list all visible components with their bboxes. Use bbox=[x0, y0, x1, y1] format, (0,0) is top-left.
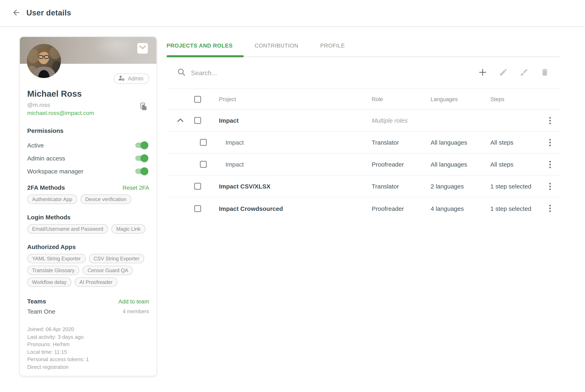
row-menu-button[interactable] bbox=[545, 180, 555, 192]
chevron-up-icon bbox=[177, 118, 184, 124]
row-checkbox[interactable] bbox=[200, 161, 207, 168]
steps-value: 1 step selected bbox=[487, 183, 540, 190]
user-details-page: User details bbox=[0, 0, 585, 392]
back-button[interactable] bbox=[11, 8, 22, 18]
toggle-label: Active bbox=[27, 142, 44, 148]
team-row: Team One 4 members bbox=[27, 308, 149, 315]
app-chip: Workflow delay bbox=[27, 278, 71, 287]
team-members-count: 4 members bbox=[123, 308, 149, 314]
tab-profile[interactable]: PROFILE bbox=[309, 34, 356, 57]
role-value: Proofreader bbox=[368, 161, 427, 168]
role-value: Proofreader bbox=[368, 205, 427, 212]
add-icon bbox=[478, 68, 487, 78]
user-gear-icon bbox=[118, 75, 125, 82]
admin-badge: Admin bbox=[114, 74, 149, 84]
row-checkbox[interactable] bbox=[194, 117, 201, 124]
permissions-title: Permissions bbox=[27, 127, 149, 134]
row-checkbox[interactable] bbox=[194, 183, 201, 190]
delete-icon bbox=[540, 68, 549, 78]
workspace-manager-toggle[interactable] bbox=[135, 168, 148, 174]
meta-local-time: Local time: 11:15 bbox=[27, 348, 149, 356]
copy-button[interactable] bbox=[138, 102, 148, 112]
app-chip: YAML String Exporter bbox=[27, 254, 86, 263]
languages-value: 4 languages bbox=[427, 205, 487, 212]
teams-title: Teams bbox=[27, 298, 46, 305]
team-name: Team One bbox=[27, 308, 55, 315]
search-input[interactable] bbox=[191, 69, 362, 76]
search-toolbar-row bbox=[166, 57, 560, 88]
role-value: Translator bbox=[368, 139, 427, 146]
user-meta-block: Joined: 06 Apr 2020 Last activity: 3 day… bbox=[27, 326, 149, 371]
login-method-chip: Magic Link bbox=[111, 224, 146, 234]
meta-access-tokens: Personal access tokens: 1 bbox=[27, 356, 149, 363]
add-button[interactable] bbox=[478, 68, 488, 78]
add-to-team-link[interactable]: Add to team bbox=[118, 298, 149, 304]
collapse-button[interactable] bbox=[176, 116, 185, 125]
project-name: Impact bbox=[208, 117, 368, 124]
project-name: Impact CSV/XLSX bbox=[208, 183, 368, 190]
tab-projects-and-roles[interactable]: PROJECTS AND ROLES bbox=[166, 34, 244, 57]
arrow-left-icon bbox=[12, 8, 21, 18]
user-handle: @m.ross bbox=[27, 102, 149, 108]
role-value: Translator bbox=[368, 183, 427, 190]
admin-access-toggle[interactable] bbox=[135, 156, 148, 161]
projects-roles-table: Project Role Languages Steps Impact Mul bbox=[166, 88, 560, 219]
app-chip: Censor Guard QA bbox=[83, 266, 133, 275]
main-panel: PROJECTS AND ROLES CONTRIBUTION PROFILE bbox=[166, 26, 560, 219]
column-header-role: Role bbox=[368, 96, 427, 102]
profile-card-body: Admin Michael Ross @m.ross michael.ross@… bbox=[20, 37, 156, 376]
languages-value: All languages bbox=[427, 139, 487, 146]
page-title: User details bbox=[26, 8, 71, 18]
steps-value: 1 step selected bbox=[487, 205, 540, 212]
login-methods-header: Login Methods bbox=[27, 214, 149, 220]
authorized-app-chips: YAML String Exporter CSV String Exporter… bbox=[27, 254, 149, 287]
tab-contribution[interactable]: CONTRIBUTION bbox=[244, 34, 309, 57]
twofa-chip: Authenticator App bbox=[27, 194, 77, 204]
admin-badge-label: Admin bbox=[128, 76, 144, 82]
edit-button[interactable] bbox=[498, 68, 508, 78]
clear-filters-button[interactable] bbox=[519, 68, 529, 78]
app-chip: Translate Glossary bbox=[27, 266, 80, 275]
toggle-label: Admin access bbox=[27, 154, 65, 162]
teams-header: Teams Add to team bbox=[27, 298, 149, 305]
row-menu-button[interactable] bbox=[545, 136, 555, 148]
reset-2fa-link[interactable]: Reset 2FA bbox=[122, 184, 149, 191]
user-email-link[interactable]: michael.ross@impact.com bbox=[27, 110, 94, 116]
project-name: Impact bbox=[208, 161, 368, 168]
login-methods-title: Login Methods bbox=[27, 214, 70, 220]
row-menu-button[interactable] bbox=[545, 114, 555, 126]
steps-value: All steps bbox=[487, 161, 540, 168]
profile-card: Admin Michael Ross @m.ross michael.ross@… bbox=[20, 36, 157, 376]
login-method-chips: Email/Username and Password Magic Link bbox=[27, 224, 149, 234]
row-checkbox[interactable] bbox=[200, 139, 207, 146]
table-row-impact-crowdsourced: Impact Crowdsourced Proofreader 4 langua… bbox=[166, 198, 560, 219]
identity-block: Michael Ross @m.ross michael.ross@impact… bbox=[27, 89, 149, 116]
row-menu-button[interactable] bbox=[545, 158, 555, 170]
select-all-checkbox[interactable] bbox=[194, 96, 201, 102]
app-header: User details bbox=[0, 0, 585, 26]
table-toolbar bbox=[478, 68, 560, 78]
authorized-apps-title: Authorized Apps bbox=[27, 243, 76, 250]
brush-icon bbox=[520, 68, 528, 78]
login-method-chip: Email/Username and Password bbox=[27, 224, 108, 234]
permission-row-admin-access: Admin access bbox=[27, 152, 149, 164]
project-name: Impact bbox=[208, 139, 368, 146]
table-row-impact-csv-xlsx: Impact CSV/XLSX Translator 2 languages 1… bbox=[166, 176, 560, 198]
badge-row: Admin bbox=[27, 37, 149, 84]
delete-button[interactable] bbox=[540, 68, 550, 78]
meta-joined: Joined: 06 Apr 2020 bbox=[27, 326, 149, 333]
search-box bbox=[166, 68, 478, 78]
active-toggle[interactable] bbox=[135, 142, 148, 148]
table-row-impact-translator: Impact Translator All languages All step… bbox=[166, 132, 560, 154]
table-header-row: Project Role Languages Steps bbox=[166, 88, 560, 110]
column-header-steps: Steps bbox=[487, 96, 540, 102]
search-icon bbox=[166, 68, 186, 78]
column-header-languages: Languages bbox=[427, 96, 487, 102]
tab-bar: PROJECTS AND ROLES CONTRIBUTION PROFILE bbox=[166, 34, 560, 57]
role-value: Multiple roles bbox=[368, 117, 427, 124]
languages-value: 2 languages bbox=[427, 183, 487, 190]
row-menu-button[interactable] bbox=[545, 202, 555, 214]
table-row-impact-proofreader: Impact Proofreader All languages All ste… bbox=[166, 154, 560, 176]
row-checkbox[interactable] bbox=[194, 205, 201, 212]
meta-pronouns: Pronouns: He/him bbox=[27, 341, 149, 348]
